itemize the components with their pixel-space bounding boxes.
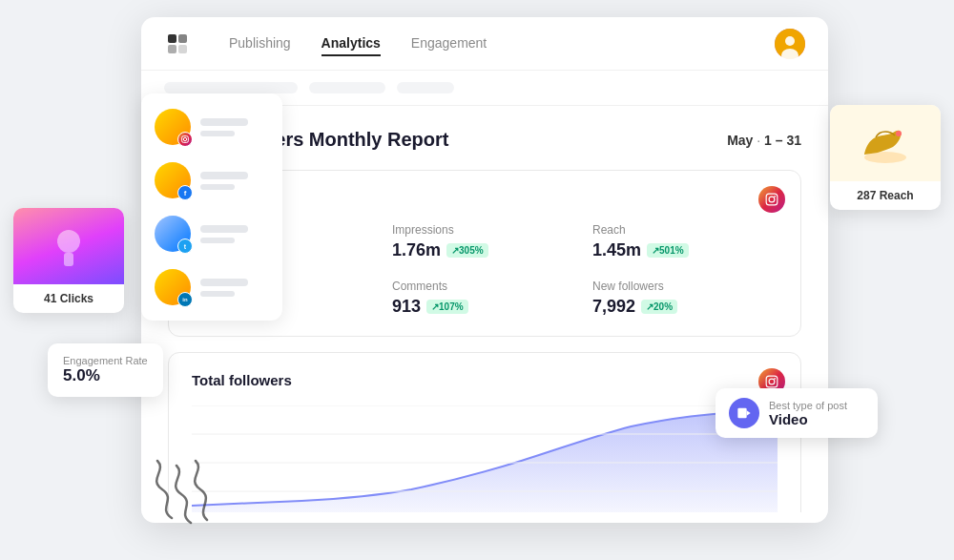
svg-rect-18 bbox=[182, 136, 189, 143]
stat-reach-badge: ↗501% bbox=[647, 243, 689, 258]
instagram-icon bbox=[758, 186, 785, 213]
svg-point-19 bbox=[183, 137, 186, 140]
svg-marker-25 bbox=[747, 410, 751, 415]
stat-comments: Comments 913 ↗107% bbox=[392, 280, 577, 317]
logo-icon bbox=[164, 31, 191, 57]
filter-pill-3[interactable] bbox=[397, 82, 454, 93]
report-date: May · 1 – 31 bbox=[727, 133, 801, 148]
line-short bbox=[200, 131, 235, 136]
doodle-decoration bbox=[138, 451, 234, 531]
reach-card-image bbox=[830, 105, 941, 181]
stat-impressions-badge: ↗305% bbox=[446, 243, 488, 258]
nav-publishing[interactable]: Publishing bbox=[229, 31, 291, 56]
clicks-card-image bbox=[13, 208, 124, 284]
svg-rect-1 bbox=[178, 34, 187, 43]
stat-new-followers: New followers 7,992 ↗20% bbox=[592, 280, 778, 317]
tw-badge: t bbox=[177, 239, 193, 254]
best-post-tooltip: Best type of post Video bbox=[716, 388, 878, 438]
svg-point-11 bbox=[769, 379, 775, 384]
social-item-instagram bbox=[155, 109, 269, 145]
chart-area bbox=[192, 405, 778, 512]
filter-pill-1[interactable] bbox=[164, 82, 298, 93]
nav-engagement[interactable]: Engagement bbox=[411, 31, 487, 56]
li-avatar: in bbox=[155, 269, 191, 305]
nav-items: Publishing Analytics Engagement bbox=[229, 31, 744, 56]
engagement-value: 5.0% bbox=[63, 366, 148, 385]
stat-reach-value: 1.45m bbox=[592, 240, 641, 260]
stat-new-followers-badge: ↗20% bbox=[641, 300, 677, 314]
line-short bbox=[200, 238, 235, 243]
svg-point-23 bbox=[896, 131, 902, 136]
social-item-linkedin: in bbox=[155, 269, 269, 305]
svg-rect-0 bbox=[168, 34, 176, 43]
svg-point-5 bbox=[785, 36, 795, 46]
li-badge: in bbox=[177, 292, 193, 307]
engagement-label: Engagement Rate bbox=[63, 355, 148, 366]
svg-rect-21 bbox=[64, 253, 73, 266]
stat-reach: Reach 1.45m ↗501% bbox=[592, 223, 778, 260]
svg-point-9 bbox=[774, 196, 776, 197]
stat-impressions: Impressions 1.76m ↗305% bbox=[392, 223, 577, 260]
line-short bbox=[200, 184, 235, 190]
stat-comments-badge: ↗107% bbox=[426, 300, 468, 314]
line-long bbox=[200, 118, 248, 126]
ig-badge bbox=[177, 132, 193, 147]
svg-point-12 bbox=[774, 378, 776, 380]
stat-impressions-label: Impressions bbox=[392, 223, 577, 237]
stat-new-followers-value: 7,992 bbox=[592, 297, 635, 317]
user-avatar[interactable] bbox=[775, 29, 805, 59]
svg-point-20 bbox=[57, 230, 80, 253]
fb-lines bbox=[200, 172, 269, 190]
tw-avatar: t bbox=[155, 216, 191, 252]
video-icon bbox=[729, 398, 759, 428]
line-long bbox=[200, 279, 248, 286]
svg-rect-24 bbox=[737, 408, 746, 419]
nav-analytics[interactable]: Analytics bbox=[321, 31, 381, 56]
stat-reach-label: Reach bbox=[592, 223, 778, 237]
reach-label: 287 Reach bbox=[830, 181, 941, 210]
line-long bbox=[200, 172, 248, 179]
stat-new-followers-label: New followers bbox=[592, 280, 778, 293]
followers-card: Total followers bbox=[168, 352, 801, 512]
li-lines bbox=[200, 279, 269, 297]
stat-impressions-value: 1.76m bbox=[392, 240, 441, 260]
tooltip-sub: Best type of post bbox=[769, 400, 847, 411]
stat-comments-value: 913 bbox=[392, 297, 421, 317]
ig-lines bbox=[200, 118, 269, 136]
tooltip-main: Video bbox=[769, 411, 847, 427]
top-nav: Publishing Analytics Engagement bbox=[141, 17, 828, 71]
line-short bbox=[200, 291, 235, 297]
svg-rect-2 bbox=[168, 45, 176, 53]
followers-title: Total followers bbox=[192, 372, 778, 388]
engagement-card: Engagement Rate 5.0% bbox=[48, 343, 163, 397]
tooltip-text: Best type of post Video bbox=[769, 400, 847, 427]
clicks-label: 41 Clicks bbox=[13, 284, 124, 313]
svg-rect-7 bbox=[766, 194, 778, 205]
social-item-facebook: f bbox=[155, 162, 269, 198]
line-long bbox=[200, 225, 248, 233]
ig-avatar bbox=[155, 109, 191, 145]
svg-rect-10 bbox=[766, 376, 778, 387]
filter-pill-2[interactable] bbox=[309, 82, 385, 93]
stat-comments-label: Comments bbox=[392, 280, 577, 293]
svg-rect-3 bbox=[178, 45, 187, 53]
sidebar-panel: f t bbox=[141, 93, 282, 321]
fb-badge: f bbox=[177, 185, 193, 200]
svg-point-8 bbox=[769, 197, 775, 202]
tw-lines bbox=[200, 225, 269, 243]
social-item-twitter: t bbox=[155, 216, 269, 252]
reach-card: 287 Reach bbox=[830, 105, 941, 210]
fb-avatar: f bbox=[155, 162, 191, 198]
scene: Publishing Analytics Engagement Luna bbox=[0, 0, 954, 560]
clicks-card: 41 Clicks bbox=[13, 208, 124, 313]
